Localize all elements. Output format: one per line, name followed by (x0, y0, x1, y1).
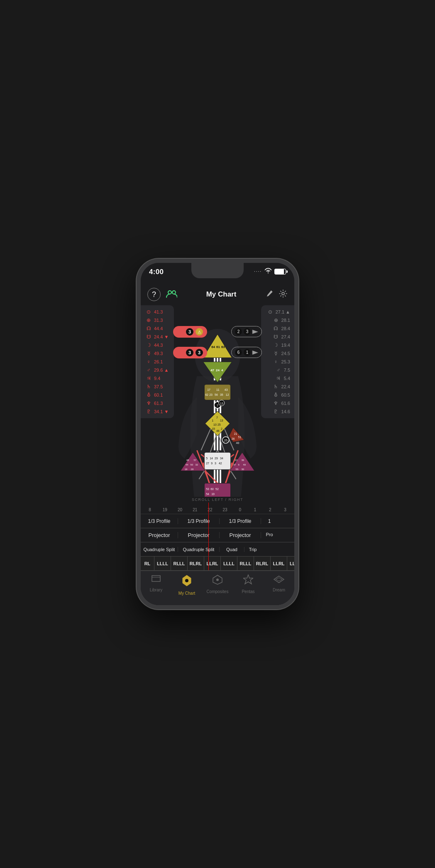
svg-text:7: 7 (217, 404, 218, 407)
svg-text:40: 40 (236, 441, 239, 444)
svg-text:2: 2 (221, 427, 222, 430)
phs-row: RL LLLL RLLL RLRL LLRL LLLL RLLL RLRL LL… (141, 557, 294, 571)
svg-text:63: 63 (221, 345, 225, 349)
svg-text:43: 43 (225, 388, 228, 391)
planet-row-venus: ♀ 26.1 (142, 358, 172, 366)
planet-row-mercury: ☿ 49.3 (142, 349, 172, 358)
composites-label: Composites (207, 589, 229, 594)
planet-row-sun: ⊙ 41.3 (142, 308, 172, 316)
mars-degree: 29.6 ▲ (154, 368, 169, 373)
svg-text:36: 36 (241, 459, 244, 461)
svg-text:27: 27 (206, 462, 209, 465)
venus-symbol: ♀ (145, 359, 152, 365)
svg-text:30: 30 (241, 468, 244, 471)
tab-bar: Library My Chart (141, 571, 294, 605)
svg-text:51: 51 (238, 436, 242, 439)
authority-row: Quadruple Split Quadruple Split Quad Tri… (141, 542, 294, 557)
svg-text:24: 24 (216, 368, 220, 372)
my-chart-icon (182, 574, 192, 589)
right-sun-row: ⊙ 27.1 ▲ (263, 308, 293, 316)
left-panel: ⊙ 41.3 ⊕ 31.3 ☊ 44.4 ☋ 24.4 ▼ ☽ 44.3 (141, 305, 174, 418)
right-mars-row: ♂ 7.5 (263, 366, 293, 374)
svg-rect-46 (204, 385, 230, 400)
svg-text:13: 13 (220, 402, 223, 405)
svg-text:53: 53 (206, 488, 209, 490)
mercury-symbol: ☿ (145, 351, 152, 356)
svg-text:35: 35 (220, 393, 223, 396)
right-arrow-badge-1[interactable]: 2 3 (231, 326, 262, 337)
tab-dream[interactable]: Dream (264, 574, 294, 592)
help-button[interactable]: ? (147, 288, 161, 301)
left-arrow-badge-2[interactable]: 3 3 (173, 347, 207, 358)
svg-text:44: 44 (186, 463, 188, 466)
svg-text:52: 52 (215, 488, 219, 490)
status-icons: ···· (254, 268, 286, 275)
sun-degree: 41.3 (154, 309, 163, 314)
right-saturn-row: ♄ 22.4 (263, 383, 293, 391)
right-jupiter-row: ♃ 5.4 (263, 374, 293, 383)
svg-marker-5 (177, 350, 184, 355)
right-arrow-badge-2[interactable]: 6 1 (231, 347, 262, 358)
mercury-degree: 49.3 (154, 351, 163, 356)
tab-pentas[interactable]: Pentas (233, 574, 264, 594)
people-icon[interactable] (166, 289, 177, 300)
svg-point-2 (282, 292, 284, 295)
pentas-icon (243, 574, 253, 588)
planet-row-earth: ⊕ 31.3 (142, 316, 172, 324)
signal-dots-icon: ···· (254, 269, 262, 274)
venus-degree: 26.1 (154, 359, 163, 364)
planet-row-node: ☊ 44.4 (142, 324, 172, 333)
svg-text:61: 61 (216, 345, 220, 349)
svg-text:28: 28 (191, 468, 194, 471)
saturn-symbol: ♄ (145, 384, 152, 390)
uranus-symbol: ⛢ (145, 392, 152, 398)
svg-text:13: 13 (220, 419, 223, 422)
svg-point-0 (168, 291, 171, 294)
pluto-degree: 34.1 ▼ (154, 409, 169, 414)
svg-rect-69 (204, 452, 230, 470)
svg-text:3: 3 (215, 462, 216, 465)
planet-row-southnode: ☋ 24.4 ▼ (142, 333, 172, 341)
library-label: Library (150, 588, 163, 592)
right-mercury-row: ☿ 24.5 (263, 349, 293, 358)
svg-text:57: 57 (194, 459, 197, 461)
my-chart-label: My Chart (178, 591, 196, 596)
svg-text:14: 14 (210, 457, 213, 460)
nav-bar: ? My Chart (141, 284, 294, 305)
node-degree: 44.4 (154, 326, 163, 331)
svg-text:37: 37 (233, 463, 236, 466)
left-arrow-badge-1[interactable]: 3 ⚠ (173, 326, 207, 338)
svg-text:15: 15 (212, 427, 215, 430)
svg-text:1: 1 (212, 419, 213, 422)
right-neptune-row: ♆ 61.6 (263, 399, 293, 407)
pluto-symbol: ♇ (145, 409, 152, 414)
svg-text:21: 21 (234, 432, 237, 435)
svg-point-1 (172, 291, 176, 294)
pentas-label: Pentas (242, 589, 254, 594)
svg-text:55: 55 (236, 468, 239, 471)
tab-library[interactable]: Library (141, 574, 171, 592)
moon-symbol: ☽ (145, 342, 152, 348)
nav-left: ? (147, 288, 177, 301)
svg-marker-114 (243, 575, 253, 584)
tab-my-chart[interactable]: My Chart (171, 574, 202, 596)
tab-composites[interactable]: Composites (202, 574, 233, 594)
svg-text:23: 23 (209, 393, 213, 396)
right-panel: ⊙ 27.1 ▲ ⊕ 28.1 ☊ 28.4 ☋ 27.4 ☽ 19.4 (261, 305, 294, 418)
type-row: Projector Projector Projector Pro (141, 528, 294, 542)
svg-text:9: 9 (211, 462, 213, 465)
svg-text:64: 64 (211, 345, 215, 349)
settings-icon[interactable] (279, 289, 288, 300)
moon-degree: 44.3 (154, 343, 163, 348)
right-pluto-row: ♇ 14.6 (263, 407, 293, 416)
svg-text:46: 46 (216, 429, 220, 432)
status-time: 4:00 (149, 268, 164, 276)
dream-icon (273, 574, 285, 586)
timeline-axis[interactable]: 8 19 20 21 22 23 0 1 2 3 (141, 503, 294, 514)
svg-text:10: 10 (213, 423, 217, 426)
svg-rect-4 (181, 330, 184, 333)
southnode-degree: 24.4 ▼ (154, 334, 169, 339)
phone-screen: 4:00 ···· ? (141, 263, 294, 605)
edit-icon[interactable] (265, 289, 274, 300)
svg-text:47: 47 (210, 368, 214, 372)
